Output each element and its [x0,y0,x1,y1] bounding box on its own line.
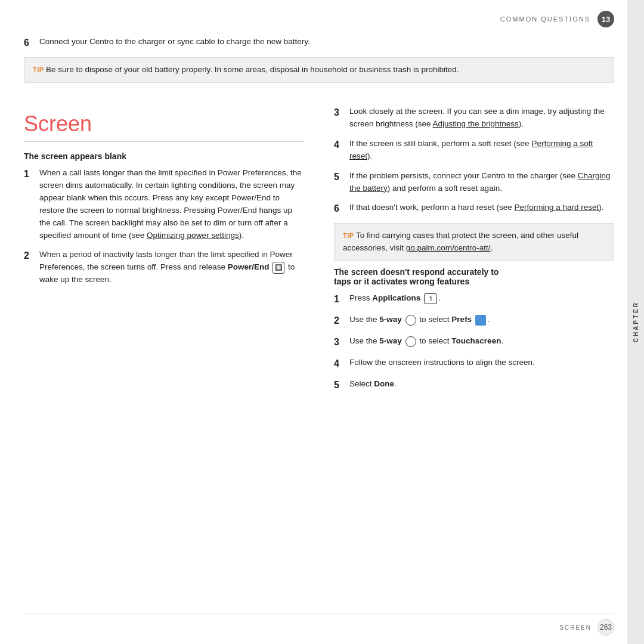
right-item-6-number: 6 [334,202,343,216]
step-5-number: 5 [334,378,343,392]
item-1-text: When a call lasts longer than the limit … [39,167,304,242]
tip-1-text: Be sure to dispose of your old battery p… [46,65,459,74]
step-2-number: 2 [334,314,343,328]
right-item-6: 6 If that doesn't work, perform a hard r… [334,202,614,216]
tip-1-label: TIP [33,66,44,73]
footer-label: SCREEN [559,624,592,631]
right-item-5-number: 5 [334,170,343,195]
right-item-6-text: If that doesn't work, perform a hard res… [349,202,604,216]
right-item-4-number: 4 [334,138,343,163]
section2-heading: The screen doesn't respond accurately to… [334,267,614,286]
screen-title: Screen [24,112,304,137]
section2-heading-line1: The screen doesn't respond accurately to [334,267,499,277]
step-1: 1 Press Applications . [334,292,614,306]
step-2-text: Use the 5-way to select Prefs . [349,314,490,328]
item-2: 2 When a period of inactivity lasts long… [24,249,304,286]
adjusting-brightness-link[interactable]: Adjusting the brightness [433,119,519,128]
fiveway-icon-2 [405,336,416,347]
bottom-footer: SCREEN 263 [24,614,614,636]
power-end-icon: 🔲 [273,262,284,274]
step-1-number: 1 [334,292,343,306]
right-item-3: 3 Look closely at the screen. If you can… [334,106,614,131]
item-2-text: When a period of inactivity lasts longer… [39,249,304,286]
chapter-label: CHAPTER [633,301,639,342]
charging-battery-link[interactable]: Charging the battery [349,171,610,193]
step-1-text: Press Applications . [349,292,441,306]
section-divider [24,141,304,142]
step-2: 2 Use the 5-way to select Prefs . [334,314,614,328]
palm-link[interactable]: go.palm.com/centro-att/ [406,243,491,252]
left-column: Screen The screen appears blank 1 When a… [24,106,310,620]
prefs-icon [475,315,486,326]
top-section: 6 Connect your Centro to the charger or … [24,36,614,89]
step-4-text: Follow the onscreen instructions to alig… [349,357,535,371]
common-questions-label: COMMON QUESTIONS [500,16,590,23]
step-4-number: 4 [334,357,343,371]
item-2-number: 2 [24,249,33,286]
two-column-layout: Screen The screen appears blank 1 When a… [24,106,614,620]
optimizing-power-link[interactable]: Optimizing power settings [147,231,239,240]
right-column: 3 Look closely at the screen. If you can… [328,106,614,620]
item-6-number: 6 [24,36,33,50]
applications-icon [424,293,437,304]
item-1: 1 When a call lasts longer than the limi… [24,167,304,242]
tip-2-box: TIP To find carrying cases that protect … [334,223,614,261]
step-3-number: 3 [334,335,343,349]
tip-1-box: TIP Be sure to dispose of your old batte… [24,57,614,83]
item-6-text: Connect your Centro to the charger or sy… [39,36,310,50]
right-item-3-number: 3 [334,106,343,131]
soft-reset-link[interactable]: Performing a soft reset [349,139,593,160]
right-item-4: 4 If the screen is still blank, perform … [334,138,614,163]
tip-2-label: TIP [343,232,354,239]
step-3: 3 Use the 5-way to select Touchscreen. [334,335,614,349]
section1-heading: The screen appears blank [24,151,304,161]
right-item-4-text: If the screen is still blank, perform a … [349,138,614,163]
step-4: 4 Follow the onscreen instructions to al… [334,357,614,371]
right-item-5-text: If the problem persists, connect your Ce… [349,170,614,195]
step-5: 5 Select Done. [334,378,614,392]
right-item-5: 5 If the problem persists, connect your … [334,170,614,195]
step-3-text: Use the 5-way to select Touchscreen. [349,335,503,349]
chapter-number-badge: 13 [597,11,614,27]
tip-2-text: To find carrying cases that protect the … [343,231,578,252]
chapter-tab: CHAPTER [627,0,644,644]
step-5-text: Select Done. [349,378,397,392]
footer-page-number: 263 [597,619,614,636]
content-wrapper: 6 Connect your Centro to the charger or … [24,36,614,620]
hard-reset-link[interactable]: Performing a hard reset [514,203,599,212]
item-6-charge: 6 Connect your Centro to the charger or … [24,36,614,50]
section2-heading-line2: taps or it activates wrong features [334,277,469,286]
top-header: COMMON QUESTIONS 13 [500,11,614,27]
fiveway-icon-1 [405,315,416,326]
right-item-3-text: Look closely at the screen. If you can s… [349,106,614,131]
item-1-number: 1 [24,167,33,242]
